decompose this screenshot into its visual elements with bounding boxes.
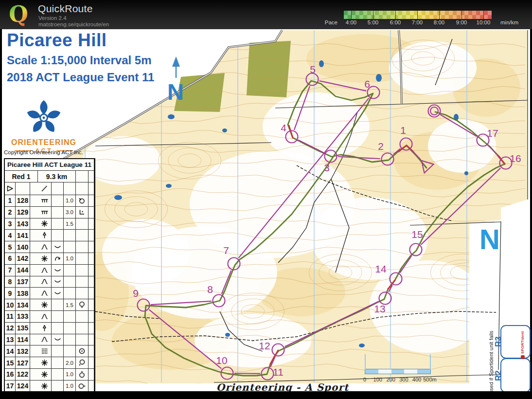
knoll-icon (40, 289, 49, 297)
card-cell (89, 195, 94, 207)
card-cell (89, 253, 94, 265)
control-number: 6 (5, 253, 16, 265)
card-cell (30, 345, 38, 357)
card-cell (30, 230, 38, 241)
north-letter: N (167, 79, 184, 105)
control-location (76, 357, 89, 369)
pace-tick (395, 11, 396, 19)
pace-tick (483, 11, 484, 19)
card-cell (30, 207, 38, 218)
backup-box-label: R3 (494, 336, 503, 347)
pace-tick-label: 9:00 (456, 19, 467, 25)
control-number-label: 10 (216, 355, 227, 366)
control-dimension: 1.5 (64, 218, 76, 230)
control-number: 7 (5, 265, 16, 276)
control-code: 114 (16, 334, 30, 346)
control-appearance (52, 381, 64, 392)
control-number-label: 15 (411, 229, 423, 240)
control-number: 10 (5, 299, 16, 311)
control-code: 129 (16, 207, 30, 218)
map-canvas[interactable]: 1234567891011121314151617NN Picaree Hill… (2, 29, 530, 391)
app-header: Q QuickRoute Version 2.4 matstroeng.se/q… (0, 0, 532, 29)
knoll-icon (40, 266, 49, 274)
scale-segment (417, 369, 430, 374)
card-cell (30, 195, 38, 207)
card-cell (76, 171, 89, 182)
card-cell (16, 182, 30, 195)
app-version: Version 2.4 (38, 15, 67, 21)
control-dimension (64, 241, 76, 253)
card-start-feature (38, 182, 52, 195)
scale-label: 500m (423, 377, 437, 382)
control-number-label: 12 (259, 340, 270, 351)
rock-star-icon (40, 219, 49, 228)
control-feature (38, 207, 52, 218)
control-number-label: 6 (364, 78, 370, 90)
control-number-label: 5 (310, 64, 316, 75)
start-triangle-icon (6, 184, 14, 193)
terrain-forest (370, 260, 486, 353)
water-dam (359, 344, 365, 347)
control-dimension (64, 345, 76, 357)
control-dimension (64, 276, 76, 288)
scale-segment (365, 369, 378, 374)
control-number-label: 8 (207, 284, 213, 295)
card-cell (89, 207, 94, 218)
control-code: 135 (16, 323, 30, 334)
dotted-square-icon (40, 347, 49, 355)
app-url[interactable]: matstroeng.se/quickroute/en (38, 21, 109, 27)
pace-tick (351, 11, 352, 19)
rock-star-icon (40, 254, 49, 263)
shallow-icon (53, 335, 62, 344)
card-cell (30, 381, 38, 392)
control-number-label: 11 (273, 366, 284, 378)
rock-star-icon (40, 370, 49, 379)
water-dam (114, 195, 122, 200)
card-title: Picaree Hill ACT League 11 (5, 159, 94, 171)
control-appearance (52, 265, 64, 276)
club-name: ORIENTEERING (5, 138, 83, 147)
control-description-card: Picaree Hill ACT League 11Red 19.3 km112… (4, 158, 95, 399)
control-feature (38, 288, 52, 299)
control-appearance (52, 195, 64, 207)
control-code: 132 (16, 345, 30, 357)
window-bottom-border (0, 391, 532, 399)
control-location (76, 276, 89, 288)
control-dimension: 1.0 (64, 195, 76, 207)
scale-label: 300 (399, 377, 408, 382)
control-location (76, 253, 89, 265)
circle-arrow-icon (78, 197, 86, 205)
card-cell (89, 241, 94, 253)
pace-tick-label: 10:00 (477, 19, 491, 25)
control-appearance (52, 369, 64, 381)
control-dimension: 1.0 (64, 369, 76, 381)
backup-box-r3: R3 (500, 325, 531, 359)
control-dimension: 3.0 (64, 207, 76, 218)
card-cell (30, 182, 38, 195)
control-code: 143 (16, 218, 30, 230)
termite-mound-icon (40, 231, 49, 239)
control-code: 137 (16, 276, 30, 288)
map-event-line: 2018 ACT League Event 11 (7, 71, 154, 84)
card-cell (76, 182, 89, 195)
control-code: 138 (16, 288, 30, 299)
control-number: 3 (5, 218, 16, 230)
club-logo: ORIENTEERING ACT (5, 97, 83, 154)
card-course-name: Red 1 (5, 171, 38, 182)
control-dimension: 2.0 (64, 357, 76, 369)
scale-label: 100 (373, 377, 382, 382)
control-number: 15 (5, 357, 16, 369)
backup-box-label: R2 (494, 370, 503, 381)
control-dimension (64, 311, 76, 323)
app-title: QuickRoute (38, 3, 93, 15)
map-scale-bar (365, 369, 431, 374)
backup-box-r2: R2 (500, 358, 531, 393)
control-appearance (52, 357, 64, 369)
card-cell (30, 288, 38, 299)
card-cell (30, 323, 38, 334)
sportident-icon (521, 355, 525, 359)
control-location (76, 334, 89, 346)
map-copyright: Copyright Orienteering ACT Inc. (4, 149, 83, 155)
control-number-label: 2 (378, 141, 384, 152)
pace-gradient-bar[interactable] (344, 11, 492, 19)
